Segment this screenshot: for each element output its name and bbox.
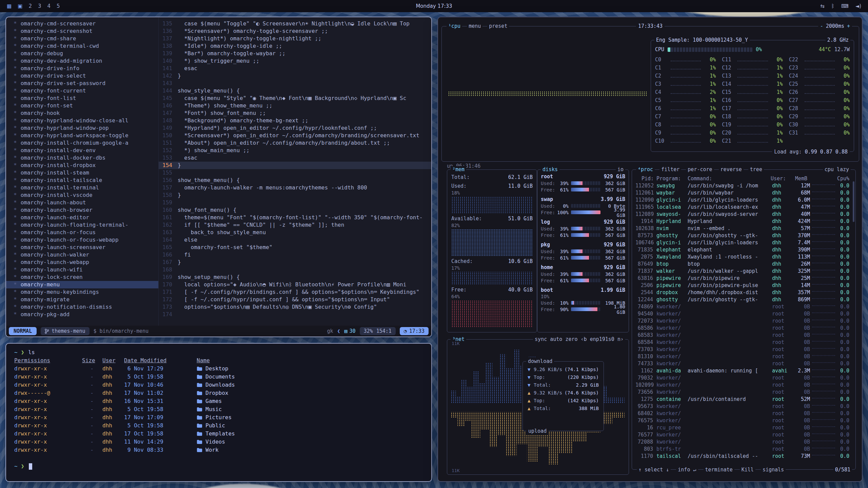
proc-scrollbar[interactable] (853, 181, 854, 222)
bluetooth-icon[interactable]: ᛒ (831, 3, 834, 9)
process-row[interactable]: 2506 pipewire /usr/bin/pipewire-pulse dh… (635, 282, 852, 289)
process-row[interactable]: 79032 kworker/ root 0B 0.0 (635, 374, 852, 382)
code-line[interactable]: 165 omarchy-font-set "$theme" (159, 244, 431, 251)
file-list-item[interactable]: * omarchy-lock-screen (6, 273, 158, 281)
process-row[interactable]: 87573 ghostty /usr/bin/ghostty --gtk- dh… (635, 232, 852, 239)
proc-sort-mode[interactable]: cpu lazy (823, 166, 851, 173)
tab-reverse[interactable]: reverse (719, 166, 744, 173)
file-list-item[interactable]: * omarchy-dev-add-migration (6, 57, 158, 65)
tab-cpu[interactable]: ¹cpu (447, 23, 462, 29)
code-line[interactable]: 172 [ -f ~/.config/hypr/input.conf ] && … (159, 296, 431, 303)
code-line[interactable]: 159 (159, 199, 431, 206)
file-list-item[interactable]: * omarchy-launch-or-focus (6, 229, 158, 236)
code-line[interactable]: 168 (159, 266, 431, 273)
header-cpu[interactable]: Cpu% (837, 175, 852, 182)
terminal-prompt-line[interactable]: ~ ❯ (14, 462, 423, 470)
process-row[interactable]: 74869 kworker/ root 0B 0.0 (635, 303, 852, 310)
code-line[interactable]: 167 } (159, 259, 431, 266)
code-line[interactable]: 173 options="$options\n▤ Defaults\n◎ DNS… (159, 303, 431, 311)
file-list-item[interactable]: * omarchy-launch-floating-terminal- (6, 221, 158, 229)
code-line[interactable]: 164 else (159, 236, 431, 244)
process-row[interactable]: 1162 avahi-da avahi-daemon: running [ av… (635, 367, 852, 374)
signals-button[interactable]: signals (761, 466, 786, 473)
tab-tree[interactable]: tree (748, 166, 764, 173)
process-row[interactable]: 68584 kworker/ root 0B 0.0 (635, 339, 852, 346)
header-command[interactable]: Command: (688, 175, 771, 182)
file-list-item[interactable]: * omarchy-install-chromium-google-a (6, 139, 158, 147)
file-list-item[interactable]: * omarchy-menu (6, 281, 158, 288)
file-list-item[interactable]: * omarchy-drive-set-password (6, 80, 158, 87)
process-row[interactable]: 74733 kworker/ root 0B 0.0 (635, 360, 852, 367)
file-list-item[interactable]: * omarchy-font-set (6, 102, 158, 109)
code-line[interactable]: 143 (159, 80, 431, 87)
file-list-item[interactable]: * omarchy-font-list (6, 95, 158, 102)
file-list-item[interactable]: * omarchy-pkg-add (6, 311, 158, 318)
process-row[interactable]: 87649 btop btop dhh 26M 0.0 (635, 261, 852, 268)
process-row[interactable]: 72088 kworker/ root 0B 0.0 (635, 439, 852, 446)
code-line[interactable]: 161 theme=$(menu "Font" "$(omarchy-font-… (159, 214, 431, 221)
code-line[interactable]: 144 show_style_menu() { (159, 87, 431, 95)
header-program[interactable]: Program: (656, 175, 688, 182)
omarchy-logo-icon[interactable]: ▦ (7, 3, 12, 9)
file-list-item[interactable]: * omarchy-install-docker-dbs (6, 154, 158, 162)
file-list-item[interactable]: * omarchy-hook (6, 109, 158, 117)
process-row[interactable]: 1914 Hyprland Hyprland dhh 424M 0.0 (635, 218, 852, 225)
file-list-item[interactable]: * omarchy-install-dev-env (6, 147, 158, 154)
tab-filter[interactable]: filter (659, 166, 681, 173)
file-list-item[interactable]: * omarchy-launch-about (6, 199, 158, 206)
screencast-icon[interactable]: ⇆ (820, 3, 825, 9)
file-list-item[interactable]: * omarchy-debug (6, 50, 158, 57)
file-list-item[interactable]: * omarchy-install-tailscale (6, 177, 158, 184)
info-button[interactable]: info ↵ (676, 466, 698, 473)
code-line[interactable]: 135 case $(menu "Toggle" "◐ Screensaver\… (159, 20, 431, 27)
code-line[interactable]: 140 *) show_trigger_menu ;; (159, 57, 431, 65)
file-list-item[interactable]: * omarchy-cmd-terminal-cwd (6, 42, 158, 50)
code-line[interactable]: 153 esac (159, 154, 431, 162)
disks-box-title[interactable]: disks (541, 166, 559, 173)
process-row[interactable]: 73703 kworker/ root 0B 0.0 (635, 346, 852, 353)
file-list-item[interactable]: * omarchy-notification-dismiss (6, 303, 158, 311)
process-row[interactable]: 16 rcu_pree root 0B 0.0 (635, 424, 852, 431)
workspace-5[interactable]: 5 (57, 3, 60, 9)
process-row[interactable]: 63816 pipewire /usr/bin/pipewire dhh 25M… (635, 275, 852, 282)
file-list-item[interactable]: * omarchy-launch-editor (6, 214, 158, 221)
code-line[interactable]: 147 *Font*) show_font_menu ;; (159, 109, 431, 117)
code-line[interactable]: 171 [ -f ~/.config/hypr/bindings.conf ] … (159, 288, 431, 296)
code-line[interactable]: 174 (159, 311, 431, 318)
file-list-item[interactable]: * omarchy-launch-walker (6, 251, 158, 259)
file-list-item[interactable]: * omarchy-install-terminal (6, 184, 158, 191)
tab-preset[interactable]: preset (487, 23, 509, 29)
process-row[interactable]: 112052 swaybg /usr/bin/swaybg -i /hom dh… (635, 182, 852, 189)
process-row[interactable]: 1275 containe /usr/bin/containerd root 5… (635, 396, 852, 403)
file-list-item[interactable]: * omarchy-font-current (6, 87, 158, 95)
file-list-item[interactable]: * omarchy-drive-select (6, 72, 158, 80)
process-row[interactable]: 68402 kworker/ root 0B 0.0 (635, 410, 852, 417)
process-row[interactable]: 1170 tailscal /usr/sbin/tailscaled -- ro… (635, 453, 852, 460)
file-list-item[interactable]: * omarchy-launch-webapp (6, 259, 158, 266)
code-line[interactable]: 148 *Background*) omarchy-theme-bg-next … (159, 117, 431, 124)
process-row[interactable]: 68583 kworker/ root 0B 0.0 (635, 332, 852, 339)
file-list-item[interactable]: * omarchy-launch-screensaver (6, 244, 158, 251)
code-line[interactable]: 152 *) show_main_menu ;; (159, 147, 431, 154)
process-row[interactable]: 102638 nvim nvim --embed . dhh 57M 0.0 (635, 225, 852, 232)
file-list-item[interactable]: * omarchy-launch-wifi (6, 266, 158, 273)
process-row[interactable]: 71837 walker /usr/bin/walker --gappl dhh… (635, 268, 852, 275)
code-line[interactable]: 139 *Bar*) omarchy-toggle-waybar ;; (159, 50, 431, 57)
file-list-item[interactable]: * omarchy-install-vscode (6, 191, 158, 199)
process-row[interactable]: 112090 glycin-i /usr/lib/glycin-loaders … (635, 197, 852, 204)
process-row[interactable]: 102099 kworker/ root 0B 0.0 (635, 382, 852, 389)
file-list-item[interactable]: * omarchy-cmd-share (6, 35, 158, 42)
interval-minus-button[interactable]: - (820, 23, 823, 29)
code-line[interactable]: 162 if [[ "$theme" == "CNCLD" || -z "$th… (159, 221, 431, 229)
code-line[interactable]: 157 omarchy-launch-walker -m menus:omarc… (159, 184, 431, 191)
terminate-button[interactable]: terminate (704, 466, 734, 473)
tab-menu[interactable]: menu (467, 23, 482, 29)
process-row[interactable]: 2544 dropbox /home/dhh/.dropbox-dist dhh… (635, 289, 852, 296)
process-row[interactable]: 2075 Xwayland Xwayland :1 -rootless - dh… (635, 253, 852, 261)
workspace-3[interactable]: 3 (38, 3, 41, 9)
keyboard-icon[interactable]: ⌨ (841, 3, 849, 9)
code-line[interactable]: 163 back_to show_style_menu (159, 229, 431, 236)
process-row[interactable]: 76575 kworker/ root 0B 0.0 (635, 417, 852, 424)
process-row[interactable]: 73656 kworker/ root 0B 0.0 (635, 389, 852, 396)
file-list-item[interactable]: * omarchy-install-dropbox (6, 162, 158, 169)
